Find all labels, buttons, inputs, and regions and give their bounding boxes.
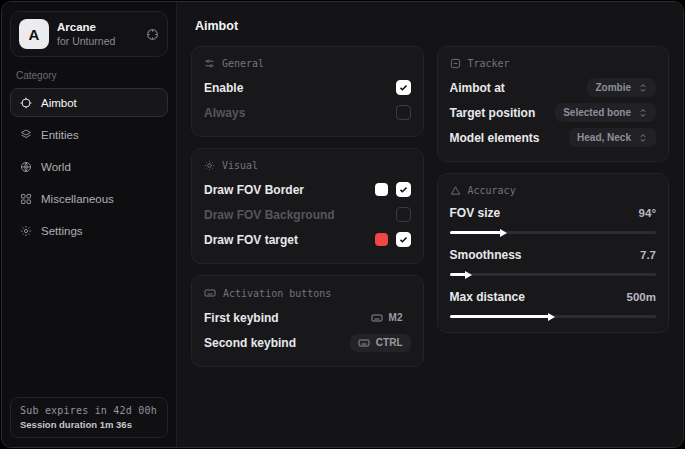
grid-icon	[20, 193, 32, 205]
tracker-card-header: Tracker	[450, 58, 657, 69]
setting-row: Enable	[204, 75, 411, 100]
app-header: A Arcane for Unturned	[10, 11, 168, 57]
target-position-dropdown[interactable]: Selected bone	[555, 103, 656, 122]
dropdown-value: Zombie	[595, 82, 631, 93]
max-distance-slider-block: Max distance 500m	[450, 286, 657, 318]
fov-background-checkbox[interactable]	[396, 207, 411, 222]
keyboard-icon	[358, 337, 370, 349]
slider-label: FOV size	[450, 206, 501, 220]
sidebar-item-aimbot[interactable]: Aimbot	[10, 88, 168, 117]
setting-label: Model elements	[450, 131, 540, 145]
setting-label: Draw FOV Border	[204, 183, 304, 197]
visual-card-header: Visual	[204, 160, 411, 171]
aimbot-at-dropdown[interactable]: Zombie	[587, 78, 656, 97]
keybind-value: CTRL	[376, 337, 403, 348]
slider-thumb[interactable]	[465, 271, 472, 279]
sidebar-item-label: Miscellaneous	[41, 193, 114, 205]
app-window: A Arcane for Unturned Category Aimbot	[1, 1, 684, 448]
keyboard-icon	[371, 312, 383, 324]
sidebar: A Arcane for Unturned Category Aimbot	[2, 2, 177, 447]
subscription-panel: Sub expires in 42d 00h Session duration …	[10, 397, 168, 438]
crosshair-icon	[20, 97, 32, 109]
app-meta: Arcane for Unturned	[57, 20, 138, 48]
fov-border-checkbox[interactable]	[396, 182, 411, 197]
setting-row: Model elements Head, Neck	[450, 125, 657, 150]
sidebar-item-settings[interactable]: Settings	[10, 216, 168, 245]
keyboard-icon	[204, 287, 216, 299]
sidebar-item-label: Entities	[41, 129, 79, 141]
setting-row: Draw FOV target	[204, 227, 411, 252]
second-keybind-button[interactable]: CTRL	[350, 334, 411, 352]
activation-card: Activation buttons First keybind M2 Seco…	[191, 275, 424, 367]
slider-thumb[interactable]	[500, 229, 507, 237]
sidebar-nav: Aimbot Entities World Miscellaneous	[10, 88, 168, 245]
always-checkbox[interactable]	[396, 105, 411, 120]
app-logo: A	[19, 19, 49, 49]
setting-label: Always	[204, 106, 245, 120]
sidebar-item-entities[interactable]: Entities	[10, 120, 168, 149]
general-card-header: General	[204, 58, 411, 69]
accuracy-card-header: Accuracy	[450, 185, 657, 196]
slider-label: Max distance	[450, 290, 525, 304]
general-card: General Enable Always	[191, 46, 424, 137]
scan-icon	[450, 58, 461, 69]
setting-row: Second keybind CTRL	[204, 330, 411, 355]
accuracy-card: Accuracy FOV size 94° Smoothness	[437, 173, 670, 333]
left-column: General Enable Always	[191, 46, 424, 367]
setting-label: Draw FOV Background	[204, 208, 335, 222]
setting-row: Draw FOV Background	[204, 202, 411, 227]
app-name: Arcane	[57, 20, 138, 34]
fov-size-slider[interactable]	[450, 231, 657, 234]
enable-checkbox[interactable]	[396, 80, 411, 95]
unfold-icon	[638, 133, 648, 143]
fov-size-slider-block: FOV size 94°	[450, 202, 657, 234]
category-label: Category	[16, 70, 162, 81]
dropdown-value: Head, Neck	[577, 132, 631, 143]
setting-label: Enable	[204, 81, 243, 95]
keybind-value: M2	[389, 312, 403, 323]
setting-label: Aimbot at	[450, 81, 505, 95]
sliders-icon	[204, 58, 215, 69]
setting-row: Target position Selected bone	[450, 100, 657, 125]
tracker-card: Tracker Aimbot at Zombie Target position	[437, 46, 670, 162]
sidebar-item-label: World	[41, 161, 71, 173]
setting-row: First keybind M2	[204, 305, 411, 330]
gear-icon	[20, 225, 32, 237]
model-elements-dropdown[interactable]: Head, Neck	[569, 128, 656, 147]
slider-fill	[450, 315, 549, 318]
smoothness-slider[interactable]	[450, 273, 657, 276]
setting-label: Second keybind	[204, 336, 296, 350]
unfold-icon	[638, 83, 648, 93]
fov-target-checkbox[interactable]	[396, 232, 411, 247]
setting-label: Draw FOV target	[204, 233, 298, 247]
slider-value: 94°	[639, 207, 656, 219]
app-subtitle: for Unturned	[57, 35, 138, 48]
fov-border-color-swatch[interactable]	[375, 183, 388, 196]
smoothness-slider-block: Smoothness 7.7	[450, 244, 657, 276]
sidebar-item-miscellaneous[interactable]: Miscellaneous	[10, 184, 168, 213]
main-content: Aimbot General Enable	[177, 2, 683, 447]
right-column: Tracker Aimbot at Zombie Target position	[437, 46, 670, 333]
setting-row: Aimbot at Zombie	[450, 75, 657, 100]
slider-fill	[450, 231, 502, 234]
triangle-icon	[450, 185, 461, 196]
slider-label: Smoothness	[450, 248, 522, 262]
fov-target-color-swatch[interactable]	[375, 233, 388, 246]
slider-thumb[interactable]	[548, 313, 555, 321]
sidebar-item-world[interactable]: World	[10, 152, 168, 181]
card-title: Accuracy	[468, 185, 516, 196]
setting-row: Draw FOV Border	[204, 177, 411, 202]
dropdown-value: Selected bone	[563, 107, 631, 118]
first-keybind-button[interactable]: M2	[363, 309, 411, 327]
slider-value: 7.7	[640, 249, 656, 261]
page-title: Aimbot	[195, 19, 667, 33]
card-title: Visual	[222, 160, 258, 171]
setting-row: Always	[204, 100, 411, 125]
aperture-icon[interactable]	[146, 28, 159, 41]
max-distance-slider[interactable]	[450, 315, 657, 318]
setting-label: Target position	[450, 106, 536, 120]
activation-card-header: Activation buttons	[204, 287, 411, 299]
session-duration-text: Session duration 1m 36s	[20, 419, 158, 430]
card-title: Activation buttons	[223, 288, 331, 299]
globe-icon	[20, 161, 32, 173]
